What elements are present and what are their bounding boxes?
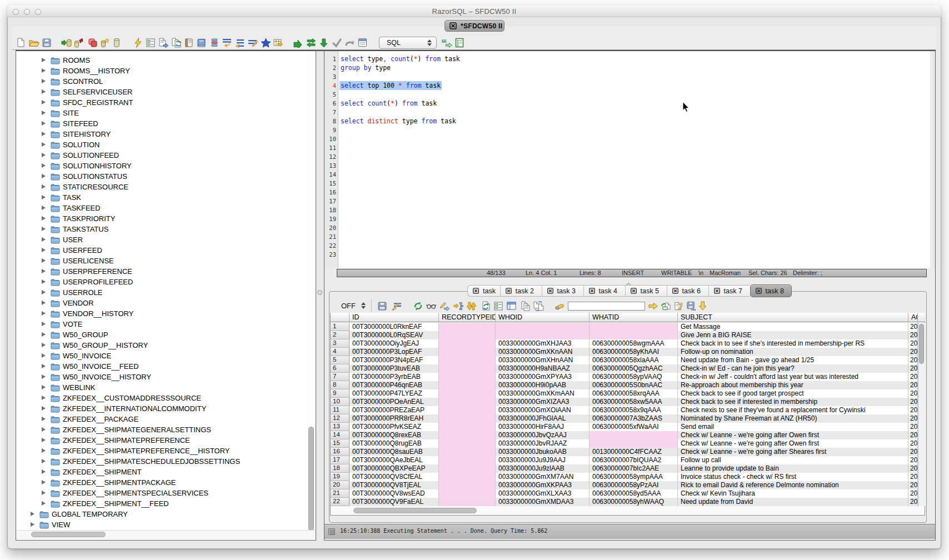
cell-r10c5[interactable]: Check back to see if interested in membe… (678, 398, 908, 406)
tree-item-w50-invoice-history[interactable]: W50_INVOICE__HISTORY (16, 372, 307, 382)
cell-r21c6[interactable]: 200 (908, 489, 918, 498)
cell-r19c5[interactable]: Invoice status check - check w/ RS first (678, 473, 908, 481)
cell-r22c2[interactable] (439, 498, 496, 506)
cell-r13c1[interactable]: 00T3000000PfvKSEAZ (349, 423, 439, 431)
cell-r16c2[interactable] (439, 448, 496, 456)
cell-r14c5[interactable]: Check w/ Leanne - we're going after Owen… (678, 431, 908, 439)
go-down-icon[interactable] (318, 37, 329, 48)
cell-r8c2[interactable] (439, 381, 496, 389)
cell-r7c5[interactable]: Check-in w/ Jeff - couldn't afford last … (678, 373, 908, 381)
tree-item-zkfedex-shipmatepreference-history[interactable]: ZKFEDEX__SHIPMATEPREFERENCE__HISTORY (16, 446, 307, 456)
row-number-9[interactable]: 9 (331, 389, 349, 398)
cell-r1c1[interactable]: 00T3000000L0RknEAF (349, 323, 439, 331)
cell-r18c5[interactable]: Leanne to provide update to Bain (678, 464, 908, 473)
cell-r5c2[interactable] (439, 356, 496, 364)
statement-list-icon[interactable] (209, 37, 220, 48)
result-tab-task[interactable]: task (467, 285, 500, 297)
expand-triangle-icon[interactable] (42, 374, 46, 379)
tree-item-zkfedex-shipmategeneralsettings[interactable]: ZKFEDEX__SHIPMATEGENERALSETTINGS (16, 424, 307, 435)
cell-r1c6[interactable]: 200 (908, 323, 918, 331)
cell-r19c6[interactable]: 200 (908, 473, 918, 481)
export-results-icon[interactable] (661, 301, 671, 311)
sql-mode-dropdown[interactable]: SQL (379, 37, 437, 49)
cell-r5c1[interactable]: 00T3000000P3N4pEAF (349, 356, 439, 364)
cell-r4c2[interactable] (439, 348, 496, 356)
cell-r13c5[interactable]: Send email (678, 423, 908, 431)
row-number-18[interactable]: 18 (331, 464, 349, 473)
expand-triangle-icon[interactable] (42, 269, 46, 273)
cell-r10c1[interactable]: 00T3000000POeAnEAL (349, 398, 439, 406)
cell-r10c6[interactable]: 200 (908, 398, 918, 406)
cell-r4c4[interactable]: 006300000058yKhAAI (590, 348, 678, 356)
add-connection-icon[interactable] (99, 37, 110, 48)
expand-triangle-icon[interactable] (31, 522, 34, 527)
cell-r1c2[interactable] (439, 323, 496, 331)
code-line-4[interactable]: select top 100 * from task (341, 81, 441, 90)
row-number-6[interactable]: 6 (331, 364, 349, 373)
tree-horizontal-scrollbar-thumb[interactable] (31, 532, 106, 537)
cell-r14c3[interactable]: 0033000000JbvQzAAJ (496, 431, 590, 439)
expand-triangle-icon[interactable] (42, 332, 46, 337)
new-file-icon[interactable] (16, 37, 27, 48)
tree-item-solution[interactable]: SOLUTION (16, 139, 307, 150)
cell-r9c1[interactable]: 00T3000000P47LYEAZ (349, 389, 439, 398)
cell-r21c2[interactable] (439, 489, 496, 498)
cell-r11c5[interactable]: Check nexis to see if they've found a re… (678, 406, 908, 414)
expand-triangle-icon[interactable] (42, 58, 46, 62)
expand-triangle-icon[interactable] (42, 279, 46, 284)
tree-item-zkfedex-shipment[interactable]: ZKFEDEX__SHIPMENT (16, 467, 307, 477)
disconnect-database-icon[interactable] (73, 37, 84, 48)
cell-r5c4[interactable]: 006300000058xlaAAA (590, 356, 678, 364)
cell-r11c3[interactable]: 0033000000GmXOiAAN (496, 406, 590, 414)
cell-r16c5[interactable]: Check w/ Leanne - we're going after Shea… (678, 448, 908, 456)
expand-triangle-icon[interactable] (42, 469, 46, 474)
cell-r4c5[interactable]: Follow-up on nomination (678, 348, 908, 356)
expand-triangle-icon[interactable] (42, 184, 46, 189)
tree-item-task[interactable]: TASK (16, 192, 307, 203)
copy-results-icon[interactable] (87, 37, 98, 48)
save-results-icon[interactable] (377, 301, 388, 311)
tree-item-sfdc-registrant[interactable]: SFDC_REGISTRANT (16, 97, 307, 108)
table-vertical-scrollbar-thumb[interactable] (919, 324, 924, 364)
column-header-subject[interactable]: SUBJECT (678, 313, 908, 322)
code-line-1[interactable]: select type, count(*) from task (341, 54, 460, 63)
tree-item-vendor-history[interactable]: VENDOR__HISTORY (16, 308, 307, 319)
cell-r6c1[interactable]: 00T3000000P3tuvEAB (349, 364, 439, 373)
cell-r21c1[interactable]: 00T3000000QV8wsEAD (349, 489, 439, 498)
format-lines-icon[interactable] (234, 37, 245, 48)
highlight-cell-icon[interactable] (555, 301, 565, 311)
cell-r14c2[interactable] (439, 431, 496, 439)
row-number-15[interactable]: 15 (331, 439, 349, 448)
refresh-pages-icon[interactable] (171, 37, 182, 48)
cell-r22c6[interactable]: 200 (908, 498, 918, 506)
cell-r6c5[interactable]: Check-in w/ Ed - can he join this year? (678, 364, 908, 373)
tree-item-rooms-history[interactable]: ROOMS__HISTORY (16, 66, 307, 76)
column-header-ac[interactable]: AC (908, 313, 918, 322)
cell-r2c4[interactable] (590, 331, 678, 339)
cell-r22c3[interactable]: 0033000000GmXMDAA3 (496, 498, 590, 506)
download-results-icon[interactable] (698, 301, 708, 311)
cell-r17c2[interactable] (439, 456, 496, 464)
tree-item-weblink[interactable]: WEBLINK (16, 382, 307, 393)
cell-r20c3[interactable]: 0033000000GmXKPAA3 (496, 481, 590, 489)
column-header-whatid[interactable]: WHATID (590, 313, 678, 322)
cell-r12c2[interactable] (439, 414, 496, 423)
cell-r2c6[interactable]: 200 (908, 331, 918, 339)
cell-r10c4[interactable]: 006300000058xw5AAA (590, 398, 678, 406)
tree-item-userlicense[interactable]: USERLICENSE (16, 256, 307, 266)
tab-close-icon[interactable] (631, 288, 637, 294)
document-tab-sfdcw50[interactable]: *SFDCW50 II (444, 20, 505, 32)
cell-r5c3[interactable]: 0033000000GmXHnAAN (496, 356, 590, 364)
tab-close-icon[interactable] (547, 288, 553, 294)
cell-r6c3[interactable]: 0033000000H9aNBAAZ (496, 364, 590, 373)
row-number-13[interactable]: 13 (331, 423, 349, 431)
tree-item-user[interactable]: USER (16, 234, 307, 245)
tree-item-w50-group-history[interactable]: W50_GROUP__HISTORY (16, 340, 307, 351)
tab-close-icon[interactable] (506, 288, 512, 294)
cell-r13c6[interactable]: 200 (908, 423, 918, 431)
tree-item-view[interactable]: VIEW (16, 519, 307, 530)
cell-r3c6[interactable]: 200 (908, 339, 918, 348)
tree-item-zkfedex-shipmentspecialservices[interactable]: ZKFEDEX__SHIPMENTSPECIALSERVICES (16, 488, 307, 498)
cell-r3c2[interactable] (439, 339, 496, 348)
split-divider[interactable] (316, 50, 324, 541)
